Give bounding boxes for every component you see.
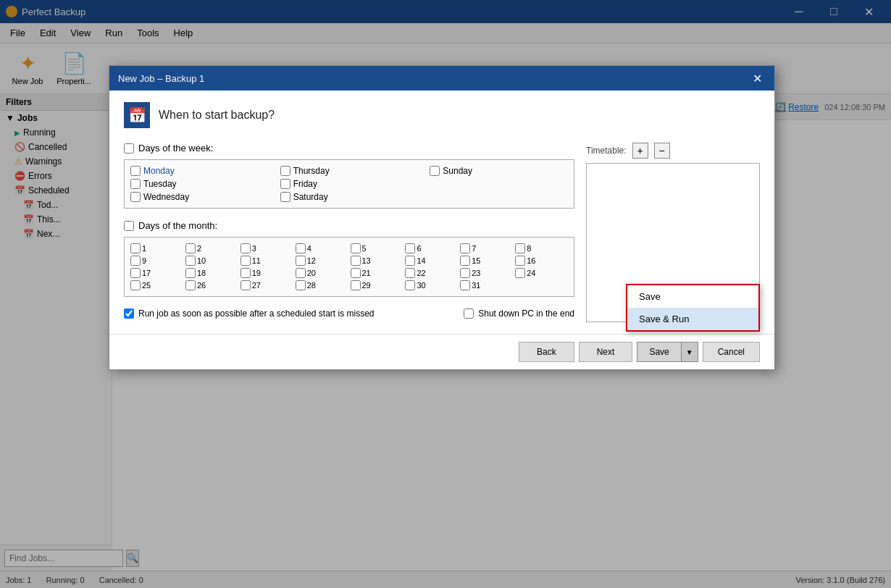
dialog-title-bar: New Job – Backup 1 ✕ (109, 66, 774, 91)
shutdown-checkbox[interactable] (464, 308, 474, 319)
cb-20[interactable] (296, 268, 306, 278)
label-tuesday: Tuesday (143, 179, 177, 189)
save-option[interactable]: Save (627, 285, 758, 308)
cb-13[interactable] (351, 256, 361, 266)
cb-12[interactable] (296, 256, 306, 266)
cb-5[interactable] (351, 243, 361, 253)
mday-18: 18 (185, 268, 238, 278)
cb-21[interactable] (351, 268, 361, 278)
cb-30[interactable] (405, 280, 415, 290)
run-missed-checkbox[interactable] (124, 308, 134, 319)
bottom-options: Run job as soon as possible after a sche… (124, 308, 574, 319)
mday-8: 8 (515, 243, 568, 253)
mday-31: 31 (460, 280, 513, 290)
mday-4: 4 (296, 243, 348, 253)
cb-3[interactable] (240, 243, 251, 253)
label-monday: Monday (143, 166, 175, 176)
mday-2: 2 (185, 243, 238, 253)
month-grid: 1 2 3 4 5 6 7 8 9 10 11 12 (130, 243, 568, 290)
save-and-run-option[interactable]: Save & Run (627, 308, 758, 330)
run-missed-row: Run job as soon as possible after a sche… (124, 308, 375, 319)
cb-7[interactable] (460, 243, 470, 253)
cb-24[interactable] (515, 268, 525, 278)
checkbox-wednesday[interactable] (130, 192, 141, 202)
mday-21: 21 (351, 268, 403, 278)
back-button[interactable]: Back (519, 342, 574, 362)
cb-17[interactable] (130, 268, 141, 278)
days-of-week-checkbox[interactable] (124, 143, 134, 154)
cb-28[interactable] (296, 280, 306, 290)
cb-19[interactable] (240, 268, 251, 278)
mday-3: 3 (240, 243, 293, 253)
cb-16[interactable] (515, 256, 525, 266)
days-of-month-row: Days of the month: (124, 220, 574, 231)
cb-29[interactable] (351, 280, 361, 290)
mday-9: 9 (130, 256, 183, 266)
save-split-button: Save ▼ (637, 342, 698, 362)
cb-14[interactable] (405, 256, 415, 266)
cb-25[interactable] (130, 280, 141, 290)
cb-26[interactable] (185, 280, 196, 290)
shutdown-row: Shut down PC in the end (464, 308, 574, 319)
dialog-calendar-icon: 📅 (124, 102, 150, 128)
cb-31[interactable] (460, 280, 470, 290)
label-wednesday: Wednesday (143, 192, 189, 202)
mday-12: 12 (296, 256, 348, 266)
checkbox-friday[interactable] (280, 179, 290, 189)
day-tuesday: Tuesday (130, 179, 269, 189)
checkbox-thursday[interactable] (280, 166, 290, 176)
dialog-close-button[interactable]: ✕ (748, 70, 766, 87)
checkbox-saturday[interactable] (280, 192, 290, 202)
cb-9[interactable] (130, 256, 141, 266)
mday-15: 15 (460, 256, 513, 266)
mday-25: 25 (130, 280, 183, 290)
cb-23[interactable] (460, 268, 470, 278)
dialog-title-text: New Job – Backup 1 (118, 73, 204, 84)
mday-13: 13 (351, 256, 403, 266)
new-job-dialog: New Job – Backup 1 ✕ 📅 When to start bac… (109, 65, 775, 370)
day-thursday: Thursday (280, 166, 419, 176)
mday-22: 22 (405, 268, 458, 278)
mday-20: 20 (296, 268, 348, 278)
cb-8[interactable] (515, 243, 525, 253)
cancel-button[interactable]: Cancel (703, 342, 760, 362)
mday-14: 14 (405, 256, 458, 266)
cb-6[interactable] (405, 243, 415, 253)
cb-4[interactable] (296, 243, 306, 253)
dialog-footer: Back Next Save ▼ Cancel Save Save & Run (109, 334, 774, 369)
save-dropdown: Save Save & Run (626, 284, 760, 332)
checkbox-sunday[interactable] (430, 166, 440, 176)
mday-23: 23 (460, 268, 513, 278)
mday-11: 11 (240, 256, 293, 266)
timetable-label: Timetable: (586, 146, 627, 156)
mday-17: 17 (130, 268, 183, 278)
run-missed-label: Run job as soon as possible after a sche… (138, 308, 375, 319)
timetable-remove-button[interactable]: − (654, 143, 670, 159)
cb-11[interactable] (240, 256, 251, 266)
next-button[interactable]: Next (579, 342, 633, 362)
cb-2[interactable] (185, 243, 196, 253)
save-dropdown-arrow[interactable]: ▼ (681, 342, 698, 362)
checkbox-tuesday[interactable] (130, 179, 141, 189)
month-days-box: 1 2 3 4 5 6 7 8 9 10 11 12 (124, 237, 574, 297)
mday-27: 27 (240, 280, 293, 290)
cb-1[interactable] (130, 243, 141, 253)
week-grid: Monday Thursday Sunday Tuesday (130, 166, 568, 202)
mday-6: 6 (405, 243, 458, 253)
checkbox-monday[interactable] (130, 166, 141, 176)
shutdown-label: Shut down PC in the end (478, 308, 574, 319)
timetable-add-button[interactable]: + (632, 143, 648, 159)
days-of-month-checkbox[interactable] (124, 221, 134, 231)
cb-27[interactable] (240, 280, 251, 290)
week-days-box: Monday Thursday Sunday Tuesday (124, 159, 574, 209)
label-sunday: Sunday (443, 166, 472, 176)
cb-10[interactable] (185, 256, 196, 266)
cb-15[interactable] (460, 256, 470, 266)
save-main-button[interactable]: Save (637, 342, 680, 362)
day-saturday: Saturday (280, 192, 419, 202)
dialog-header-row: 📅 When to start backup? (124, 102, 760, 128)
label-friday: Friday (293, 179, 317, 189)
cb-18[interactable] (185, 268, 196, 278)
cb-22[interactable] (405, 268, 415, 278)
mday-30: 30 (405, 280, 458, 290)
